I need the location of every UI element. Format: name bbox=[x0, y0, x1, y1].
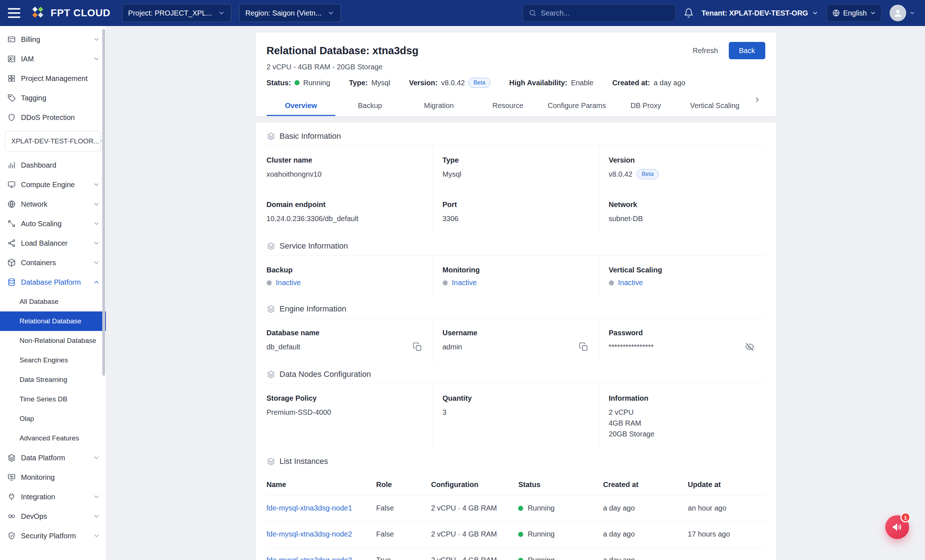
sidebar-item-load-balancer[interactable]: Load Balancer bbox=[0, 233, 106, 253]
status-item-created-at: Created at: a day ago bbox=[612, 79, 685, 87]
instance-created-at: a day ago bbox=[603, 530, 635, 538]
tab-migration[interactable]: Migration bbox=[404, 96, 473, 116]
globe-icon bbox=[832, 9, 840, 17]
region-select[interactable]: Region: Saigon (Vietn... bbox=[239, 4, 341, 22]
sidebar-item-iam[interactable]: IAM bbox=[0, 49, 106, 69]
sidebar-item-network[interactable]: Network bbox=[0, 194, 106, 214]
chevron-down-icon bbox=[93, 36, 100, 43]
bell-icon[interactable] bbox=[684, 8, 694, 18]
instance-name-link[interactable]: fde-mysql-xtna3dsg-node2 bbox=[267, 530, 352, 538]
sidebar-item-tagging[interactable]: Tagging bbox=[0, 88, 106, 108]
sidebar-subitem-non-relational-database[interactable]: Non-Relational Database bbox=[0, 331, 106, 351]
status-item-version: Version: v8.0.42 Beta bbox=[409, 78, 490, 88]
tab-configure-params[interactable]: Configure Params bbox=[542, 96, 612, 116]
announcements-fab[interactable]: 1 bbox=[885, 515, 909, 539]
user-icon bbox=[893, 8, 903, 18]
language-select[interactable]: English bbox=[827, 5, 881, 22]
sidebar-subitem-data-streaming[interactable]: Data Streaming bbox=[0, 370, 106, 390]
sidebar-subitem-relational-database[interactable]: Relational Database bbox=[0, 312, 106, 331]
network-icon bbox=[7, 200, 16, 208]
instances-table-header: Name Role Configuration Status Created a… bbox=[267, 474, 765, 495]
chevron-down-icon bbox=[93, 454, 100, 461]
sidebar-item-billing[interactable]: Billing bbox=[0, 30, 106, 49]
sidebar-item-ddos-protection[interactable]: DDoS Protection bbox=[0, 108, 106, 127]
instance-name-link[interactable]: fde-mysql-xtna3dsg-node1 bbox=[267, 504, 352, 512]
sidebar-item-database-platform[interactable]: Database Platform bbox=[0, 272, 106, 292]
sidebar-subitem-olap[interactable]: Olap bbox=[0, 409, 106, 429]
column-header: Configuration bbox=[431, 480, 518, 489]
sidebar-subitem-advanced-features[interactable]: Advanced Features bbox=[0, 429, 106, 448]
service-information-grid: Backup Inactive Monitoring Inactive bbox=[267, 256, 765, 298]
fpt-cloud-logo[interactable]: FPT CLOUD bbox=[30, 5, 111, 21]
layers-icon bbox=[267, 457, 275, 466]
sidebar-subitem-time-series-db[interactable]: Time Series DB bbox=[0, 390, 106, 409]
sidebar-subitem-all-database[interactable]: All Database bbox=[0, 292, 106, 312]
sidebar-item-integration[interactable]: Integration bbox=[0, 487, 106, 507]
column-header: Role bbox=[376, 480, 431, 489]
eye-off-icon[interactable] bbox=[745, 342, 755, 352]
tab-overview[interactable]: Overview bbox=[267, 96, 336, 116]
table-row: fde-mysql-xtna3dsg-node2 False 2 vCPU · … bbox=[267, 521, 765, 547]
info-cell-storage-policy: Storage Policy Premium-SSD-4000 bbox=[267, 384, 433, 450]
user-menu[interactable] bbox=[890, 5, 916, 21]
inactive-status-link[interactable]: Inactive bbox=[452, 278, 477, 287]
sidebar-subitem-search-engines[interactable]: Search Engines bbox=[0, 351, 106, 370]
chevron-down-icon bbox=[909, 10, 916, 16]
sidebar-item-project-management[interactable]: Project Management bbox=[0, 69, 106, 88]
menu-icon[interactable] bbox=[6, 5, 23, 21]
info-cell-cluster-name: Cluster name xoahoithongnv10 bbox=[267, 146, 433, 190]
inactive-status-dot bbox=[267, 280, 272, 285]
top-navbar: FPT CLOUD Project: PROJECT_XPL... Region… bbox=[0, 0, 925, 26]
sidebar-item-data-platform[interactable]: Data Platform bbox=[0, 448, 106, 468]
sidebar-item-devops[interactable]: DevOps bbox=[0, 507, 106, 526]
instance-role: True bbox=[376, 556, 390, 560]
chevron-down-icon bbox=[327, 9, 334, 17]
refresh-button[interactable]: Refresh bbox=[693, 47, 718, 55]
autoscaling-icon bbox=[7, 219, 16, 228]
dashboard-icon bbox=[7, 161, 16, 169]
sidebar-item-security-platform[interactable]: Security Platform bbox=[0, 526, 106, 545]
instance-configuration: 2 vCPU · 4 GB RAM bbox=[431, 556, 497, 560]
back-button[interactable]: Back bbox=[729, 42, 765, 59]
tab-backup[interactable]: Backup bbox=[335, 96, 404, 116]
info-cell-port: Port 3306 bbox=[433, 190, 599, 235]
loadbalancer-icon bbox=[7, 239, 16, 247]
floor-select[interactable]: XPLAT-DEV-TEST-FLOOR... bbox=[5, 131, 101, 152]
sidebar-item-dashboard[interactable]: Dashboard bbox=[0, 155, 106, 175]
sidebar-scrollbar-thumb[interactable] bbox=[102, 29, 105, 376]
copy-icon[interactable] bbox=[413, 342, 422, 352]
search-input[interactable] bbox=[541, 9, 670, 17]
tenant-menu[interactable]: Tenant: XPLAT-DEV-TEST-ORG bbox=[702, 9, 819, 17]
instance-configuration: 2 vCPU · 4 GB RAM bbox=[431, 504, 497, 512]
instances-table-body: fde-mysql-xtna3dsg-node1 False 2 vCPU · … bbox=[267, 495, 765, 560]
copy-icon[interactable] bbox=[579, 342, 588, 352]
instance-status: Running bbox=[527, 556, 554, 560]
sidebar-item-monitoring[interactable]: Monitoring bbox=[0, 468, 106, 487]
sidebar-bottom-group: Data Platform Monitoring Integration Dev… bbox=[0, 448, 106, 545]
main-content: Relational Database: xtna3dsg Refresh Ba… bbox=[107, 26, 925, 560]
instance-update-at: 17 hours ago bbox=[688, 530, 730, 538]
layers-icon bbox=[267, 132, 275, 140]
search-box bbox=[523, 5, 676, 22]
tab-db-proxy[interactable]: DB Proxy bbox=[612, 96, 680, 116]
project-select[interactable]: Project: PROJECT_XPL... bbox=[122, 4, 231, 22]
tabs: Overview Backup Migration Resource bbox=[267, 96, 749, 116]
instance-name-link[interactable]: fde-mysql-xtna3dsg-node3 bbox=[267, 556, 352, 560]
status-item-status: Status: Running bbox=[267, 79, 330, 87]
tab-resource[interactable]: Resource bbox=[473, 96, 542, 116]
sidebar-item-containers[interactable]: Containers bbox=[0, 253, 106, 272]
monitoring-icon bbox=[7, 473, 16, 482]
info-cell-version: Version v8.0.42 Beta bbox=[599, 146, 765, 190]
tabs-row: Overview Backup Migration Resource bbox=[267, 96, 765, 116]
tabs-scroll-right-button[interactable] bbox=[749, 96, 765, 104]
containers-icon bbox=[7, 258, 16, 267]
section-title: Service Information bbox=[280, 241, 348, 251]
iam-icon bbox=[7, 54, 16, 63]
sidebar-item-compute-engine[interactable]: Compute Engine bbox=[0, 175, 106, 194]
chevron-down-icon bbox=[93, 259, 100, 266]
sidebar-item-auto-scaling[interactable]: Auto Scaling bbox=[0, 214, 106, 233]
tab-vertical-scaling[interactable]: Vertical Scaling bbox=[680, 96, 749, 116]
info-cell-quantity: Quantity 3 bbox=[433, 384, 599, 450]
inactive-status-link[interactable]: Inactive bbox=[276, 278, 301, 287]
inactive-status-link[interactable]: Inactive bbox=[618, 278, 643, 287]
